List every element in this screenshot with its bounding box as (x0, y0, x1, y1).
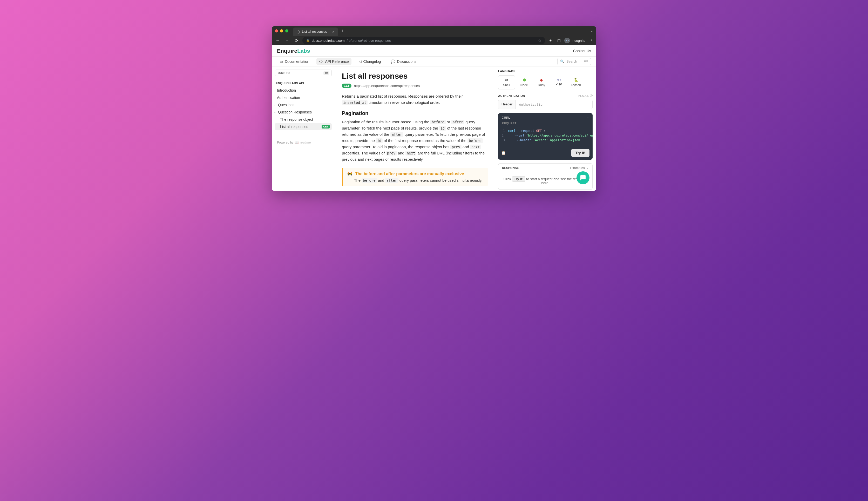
close-tab-icon[interactable]: × (332, 30, 334, 34)
tab-discussions[interactable]: 💬 Discussions (388, 58, 419, 65)
browser-tab-bar: ◯ List all responses × + ⌄ (272, 26, 596, 36)
megaphone-icon: ◁ (359, 60, 362, 64)
code-icon: <> (319, 60, 323, 64)
sidebar-heading: ENQUIRELABS API (276, 82, 331, 85)
lang-php[interactable]: phpPHP (550, 77, 567, 88)
contact-link[interactable]: Contact Us (573, 49, 591, 53)
language-selector: ⧉Shell ⬢Node ◆Ruby phpPHP 🐍Python ⋮ (498, 75, 592, 89)
new-tab-button[interactable]: + (341, 28, 344, 34)
jump-to-kbd: ⌘/ (323, 71, 329, 75)
nav-tabs: ▭ Documentation <> API Reference ◁ Chang… (272, 56, 596, 66)
url-host: docs.enquirelabs.com (312, 39, 344, 43)
sidebar-item-response-object[interactable]: The response object (275, 116, 332, 123)
search-kbd: ⌘K (583, 60, 588, 63)
chat-icon: 💬 (391, 60, 395, 64)
jump-to-button[interactable]: JUMP TO ⌘/ (275, 70, 332, 76)
tab-changelog[interactable]: ◁ Changelog (356, 58, 384, 65)
endpoint-description: Returns a paginated list of responses. R… (342, 93, 488, 106)
sidebar-item-questions[interactable]: ›Questions (275, 101, 332, 108)
code-sample: CURL ⌄ REQUEST 1curl --request GET \ 2--… (498, 113, 592, 160)
back-button[interactable]: ← (274, 38, 281, 43)
php-icon: php (557, 79, 561, 82)
chat-bubble-icon (580, 175, 586, 181)
powered-by: Powered by 📖 readme (275, 141, 332, 144)
powered-label: Powered by (277, 141, 293, 144)
language-heading: LANGUAGE (498, 70, 592, 73)
auth-input[interactable]: Authorization (516, 100, 592, 109)
panel-icon[interactable]: ◫ (556, 39, 562, 43)
lang-ruby[interactable]: ◆Ruby (533, 76, 550, 89)
get-badge: GET (322, 125, 330, 128)
sidebar-item-authentication[interactable]: Authentication (275, 94, 332, 101)
copy-icon[interactable]: 📋 (501, 151, 506, 155)
address-bar[interactable]: 🔒 docs.enquirelabs.com/reference/retriev… (302, 37, 545, 44)
chevron-right-icon: › (274, 104, 277, 106)
bookmark-icon[interactable]: ☆ (538, 39, 542, 43)
chat-fab[interactable] (577, 171, 589, 184)
code-header[interactable]: CURL ⌄ (498, 113, 592, 122)
more-languages-icon[interactable]: ⋮ (585, 80, 592, 85)
extensions-icon[interactable]: ✦ (548, 39, 554, 43)
sidebar-item-label: Questions (278, 103, 294, 107)
minimize-window-button[interactable] (280, 29, 283, 32)
lang-shell[interactable]: ⧉Shell (498, 75, 515, 89)
maximize-window-button[interactable] (285, 29, 288, 32)
sidebar-item-label: The response object (280, 117, 313, 121)
sidebar-item-label: Authentication (277, 96, 300, 100)
search-input[interactable]: 🔍 Search ⌘K (557, 58, 591, 65)
browser-toolbar: ← → ⟳ 🔒 docs.enquirelabs.com/reference/r… (272, 36, 596, 45)
auth-label: Header (499, 100, 516, 109)
page-title: List all responses (342, 72, 488, 81)
sidebar-item-introduction[interactable]: Introduction (275, 87, 332, 94)
main-content: List all responses GET https://app.enqui… (335, 66, 494, 191)
tabs-menu-icon[interactable]: ⌄ (590, 29, 593, 33)
tab-label: Discussions (397, 60, 416, 64)
close-window-button[interactable] (275, 29, 278, 32)
browser-menu-icon[interactable]: ⋮ (589, 38, 594, 43)
reload-button[interactable]: ⟳ (293, 38, 300, 43)
sidebar-item-label: Introduction (277, 88, 296, 93)
sidebar-item-list-all-responses[interactable]: List all responses GET (275, 123, 332, 130)
chevron-down-icon: ⌄ (586, 166, 589, 170)
lang-python[interactable]: 🐍Python (568, 76, 584, 89)
sidebar-item-question-responses[interactable]: ⌄Question Responses (275, 108, 332, 116)
jump-to-label: JUMP TO (278, 72, 290, 75)
logo-part-a: Enquire (277, 48, 297, 54)
info-icon[interactable]: ⓘ (590, 94, 592, 98)
tab-documentation[interactable]: ▭ Documentation (277, 58, 312, 65)
auth-header-row: AUTHENTICATION HEADERⓘ (498, 94, 592, 98)
node-icon: ⬢ (523, 78, 526, 82)
tab-label: API Reference (325, 60, 349, 64)
logo[interactable]: EnquireLabs (277, 48, 310, 54)
endpoint-url: https://app.enquirelabs.com/api/response… (354, 84, 420, 88)
warning-icon: 🚧 (347, 171, 353, 176)
tab-api-reference[interactable]: <> API Reference (317, 58, 351, 65)
search-icon: 🔍 (560, 60, 564, 63)
chevron-down-icon: ⌄ (587, 116, 589, 119)
try-it-button[interactable]: Try It! (571, 149, 589, 157)
window-controls (275, 29, 288, 32)
sidebar-item-label: List all responses (280, 125, 308, 129)
pagination-heading: Pagination (342, 110, 488, 116)
tab-favicon-icon: ◯ (297, 30, 300, 33)
url-path: /reference/retrieve-responses (346, 39, 391, 43)
incognito-icon: 👓 (564, 38, 570, 43)
warning-callout: 🚧 The before and after parameters are mu… (342, 168, 488, 186)
auth-field: Header Authorization (498, 100, 592, 109)
code-actions: 📋 Try It! (498, 146, 592, 160)
header-info: HEADERⓘ (578, 94, 592, 98)
browser-tab[interactable]: ◯ List all responses × (293, 28, 338, 36)
incognito-badge: 👓 Incognito (564, 38, 585, 43)
lang-node[interactable]: ⬢Node (516, 76, 532, 89)
book-icon: ▭ (280, 60, 283, 64)
chevron-down-icon: ⌄ (274, 111, 277, 114)
code-lang-label: CURL (502, 116, 510, 119)
search-placeholder: Search (566, 60, 577, 63)
examples-dropdown[interactable]: Examples ⌄ (570, 166, 589, 170)
lock-icon: 🔒 (306, 39, 310, 42)
response-header: RESPONSE Examples ⌄ (499, 163, 592, 172)
forward-button[interactable]: → (284, 38, 290, 43)
pagination-description: Pagination of the results is cursor-base… (342, 119, 488, 162)
shell-icon: ⧉ (505, 78, 508, 82)
logo-part-b: Labs (297, 48, 310, 54)
